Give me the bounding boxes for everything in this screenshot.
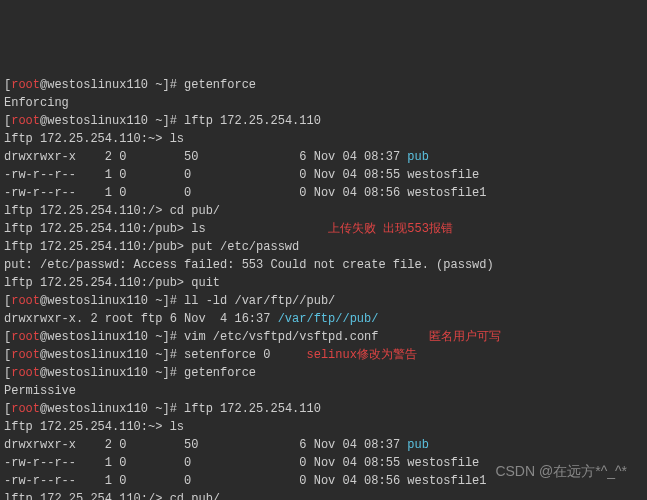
cmd-getenforce: getenforce <box>184 78 256 92</box>
getenforce-result-2: Permissive <box>4 384 76 398</box>
annotation-anon: 匿名用户可写 <box>429 330 501 344</box>
annotation-selinux: selinux修改为警告 <box>307 348 417 362</box>
annotation-fail: 上传失败 出现553报错 <box>328 222 453 236</box>
ll-path: /var/ftp//pub/ <box>278 312 379 326</box>
cmd-vim: vim /etc/vsftpd/vsftpd.conf <box>184 330 378 344</box>
watermark: CSDN @在远方*^_^* <box>495 461 627 482</box>
terminal-output: [root@westoslinux110 ~]# getenforce Enfo… <box>4 76 643 500</box>
dir-pub: pub <box>407 150 429 164</box>
put-error: put: /etc/passwd: Access failed: 553 Cou… <box>4 258 494 272</box>
getenforce-result-1: Enforcing <box>4 96 69 110</box>
prompt-host: westoslinux110 <box>47 78 148 92</box>
cmd-lftp: lftp 172.25.254.110 <box>184 114 321 128</box>
cmd-ll: ll -ld /var/ftp//pub/ <box>184 294 335 308</box>
cmd-setenforce: setenforce 0 <box>184 348 270 362</box>
prompt-user: root <box>11 78 40 92</box>
